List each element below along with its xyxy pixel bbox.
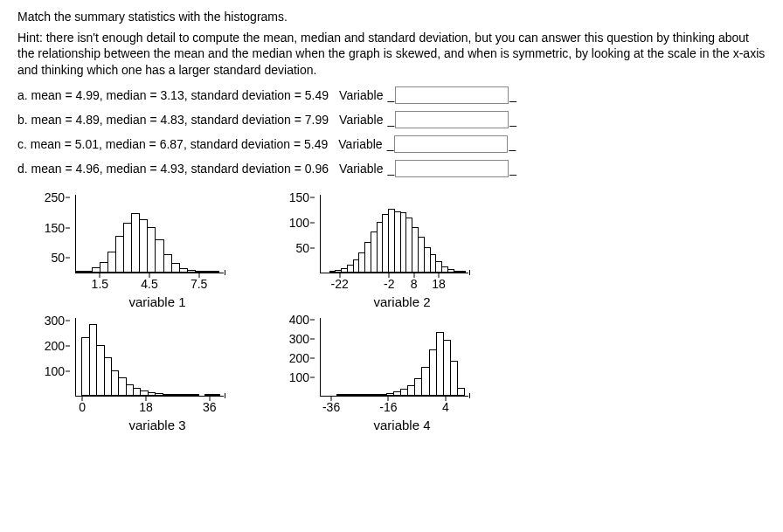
y-tick-label: 150: [274, 190, 309, 204]
underscore: _: [387, 113, 394, 127]
y-tick-label: 200: [274, 351, 309, 365]
histogram-bar: [211, 394, 219, 396]
hint-text: Hint: there isn't enough detail to compu…: [17, 30, 766, 78]
chart-axis-label: variable 2: [306, 294, 498, 309]
stat-row-a: a. mean = 4.99, median = 3.13, standard …: [17, 86, 766, 104]
chart-axis-label: variable 3: [61, 418, 253, 432]
y-tick-label: 150: [30, 221, 65, 235]
x-tick-label: 0: [79, 400, 86, 414]
stat-row-b: b. mean = 4.89, median = 4.83, standard …: [17, 111, 766, 128]
x-tick-label: -36: [322, 400, 340, 414]
answer-input-d[interactable]: [395, 160, 509, 177]
underscore: _: [509, 88, 516, 102]
stat-c-text: c. mean = 5.01, median = 6.87, standard …: [17, 137, 328, 151]
y-tick-label: 100: [274, 370, 309, 384]
variable-label: Variable: [338, 137, 382, 151]
chart-axis-label: variable 4: [306, 418, 498, 432]
variable-label: Variable: [339, 88, 383, 102]
x-tick-label: 36: [203, 400, 217, 414]
underscore: _: [387, 137, 394, 151]
underscore: _: [509, 113, 516, 127]
y-tick-label: 200: [30, 339, 65, 353]
y-tick-label: 300: [30, 314, 65, 328]
x-tick-label: 8: [411, 277, 418, 291]
x-tick-label: -22: [331, 277, 349, 291]
y-tick-label: 250: [30, 190, 65, 204]
histogram-4: 100200300400-36-164variable 4: [280, 318, 498, 432]
variable-label: Variable: [339, 113, 383, 127]
x-tick-label: -2: [384, 277, 394, 291]
x-tick-label: -16: [379, 400, 397, 414]
x-tick-label: 7.5: [191, 277, 207, 291]
answer-input-b[interactable]: [395, 111, 509, 128]
x-tick-label: 18: [139, 400, 153, 414]
x-tick-label: 18: [432, 277, 446, 291]
stat-row-c: c. mean = 5.01, median = 6.87, standard …: [17, 135, 766, 153]
x-tick-label: 4: [442, 400, 449, 414]
question-title: Match the summary statistics with the hi…: [17, 9, 766, 24]
histogram-bar: [459, 271, 466, 273]
stat-a-text: a. mean = 4.99, median = 3.13, standard …: [17, 88, 329, 102]
answer-input-a[interactable]: [395, 86, 509, 104]
histogram-bar: [191, 394, 199, 396]
y-tick-label: 300: [274, 332, 309, 346]
histogram-2: 50100150-22-2818variable 2: [280, 195, 498, 309]
answer-input-c[interactable]: [394, 135, 508, 153]
y-tick-label: 100: [30, 364, 65, 378]
histogram-1: 501502501.54.57.5variable 1: [35, 195, 253, 309]
y-tick-label: 50: [274, 241, 309, 255]
stat-d-text: d. mean = 4.96, median = 4.93, standard …: [17, 162, 329, 176]
variable-label: Variable: [339, 162, 383, 176]
underscore: _: [509, 137, 516, 151]
y-tick-label: 100: [274, 216, 309, 230]
x-tick-label: 4.5: [141, 277, 157, 291]
charts-grid: 501502501.54.57.5variable 150100150-22-2…: [35, 195, 766, 432]
stat-b-text: b. mean = 4.89, median = 4.83, standard …: [17, 113, 329, 127]
underscore: _: [387, 88, 394, 102]
underscore: _: [509, 162, 516, 176]
y-tick-label: 50: [30, 251, 65, 265]
stat-row-d: d. mean = 4.96, median = 4.93, standard …: [17, 160, 766, 177]
underscore: _: [387, 162, 394, 176]
chart-axis-label: variable 1: [61, 294, 253, 309]
x-tick-label: 1.5: [92, 277, 108, 291]
histogram-bar: [457, 388, 465, 396]
histogram-bar: [211, 271, 219, 273]
histogram-3: 10020030001836variable 3: [35, 318, 253, 432]
y-tick-label: 400: [274, 313, 309, 327]
